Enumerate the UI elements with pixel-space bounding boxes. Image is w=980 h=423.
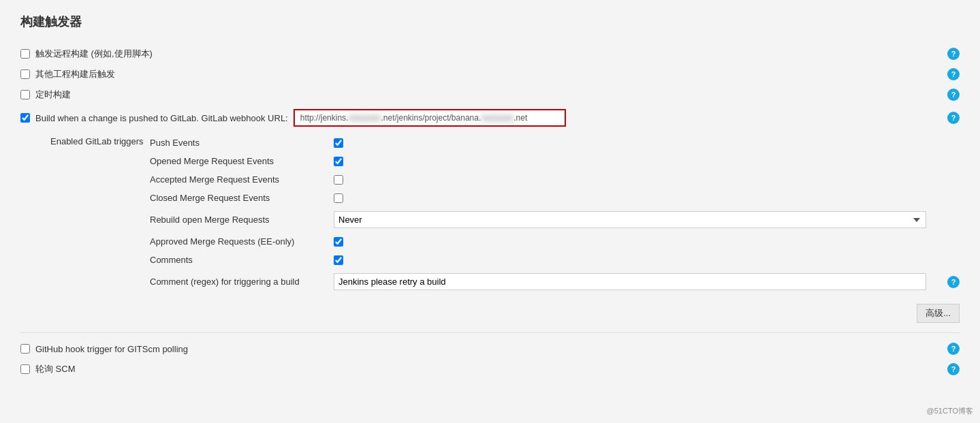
github-hook-help-icon[interactable]: ? — [947, 343, 960, 355]
github-hook-row: GitHub hook trigger for GITScm polling ? — [20, 339, 960, 359]
closed-mr-checkbox[interactable] — [334, 193, 343, 203]
other-project-checkbox[interactable] — [20, 69, 30, 79]
remote-build-help-icon[interactable]: ? — [947, 48, 960, 60]
gitlab-push-help-icon[interactable]: ? — [947, 112, 960, 124]
accepted-mr-item: Accepted Merge Request Events — [150, 170, 960, 189]
webhook-url-box: http://jenkins.xxxxxxxx.net/jenkins/proj… — [294, 109, 566, 127]
comments-label: Comments — [150, 255, 327, 265]
accepted-mr-label: Accepted Merge Request Events — [150, 174, 327, 185]
other-project-help-icon[interactable]: ? — [947, 68, 960, 80]
page-title: 构建触发器 — [20, 14, 960, 30]
comment-regex-input[interactable] — [334, 273, 926, 290]
opened-mr-label: Opened Merge Request Events — [150, 156, 327, 166]
gitlab-triggers-content: Push Events Opened Merge Request Events … — [150, 134, 960, 294]
comment-regex-label: Comment (regex) for triggering a build — [150, 277, 327, 287]
rebuild-mr-label: Rebuild open Merge Requests — [150, 215, 327, 225]
rebuild-mr-select[interactable]: Never On push On accept/close — [334, 211, 926, 228]
trigger-remote-build: 触发远程构建 (例如,使用脚本) ? — [20, 44, 960, 64]
gitlab-push-checkbox[interactable] — [20, 113, 30, 123]
push-events-item: Push Events — [150, 134, 960, 152]
opened-mr-checkbox[interactable] — [334, 157, 343, 166]
remote-build-label: 触发远程构建 (例如,使用脚本) — [35, 48, 153, 60]
schedule-checkbox[interactable] — [20, 90, 30, 99]
accepted-mr-checkbox[interactable] — [334, 175, 343, 185]
poll-scm-checkbox[interactable] — [20, 364, 30, 374]
github-hook-label: GitHub hook trigger for GITScm polling — [35, 344, 188, 354]
webhook-blurred2: xxxxxxxx — [481, 113, 513, 123]
push-events-checkbox[interactable] — [334, 138, 343, 148]
push-events-label: Push Events — [150, 138, 327, 148]
webhook-blurred1: xxxxxxxx — [348, 113, 381, 123]
remote-build-checkbox[interactable] — [20, 49, 30, 59]
gitlab-push-label: Build when a change is pushed to GitLab.… — [35, 113, 288, 123]
github-hook-checkbox[interactable] — [20, 344, 30, 354]
approved-mr-item: Approved Merge Requests (EE-only) — [150, 232, 960, 251]
schedule-help-icon[interactable]: ? — [947, 89, 960, 101]
webhook-middle: .net/jenkins/project/banana. — [381, 113, 481, 123]
comment-regex-item: Comment (regex) for triggering a build ? — [150, 269, 960, 294]
approved-mr-label: Approved Merge Requests (EE-only) — [150, 236, 327, 247]
opened-mr-item: Opened Merge Request Events — [150, 152, 960, 170]
poll-scm-help-icon[interactable]: ? — [947, 363, 960, 375]
approved-mr-checkbox[interactable] — [334, 237, 343, 247]
webhook-prefix: http://jenkins. — [300, 113, 349, 123]
gitlab-triggers-label: Enabled GitLab triggers — [20, 134, 150, 294]
schedule-label: 定时构建 — [35, 89, 71, 101]
closed-mr-label: Closed Merge Request Events — [150, 193, 327, 203]
advanced-button[interactable]: 高级... — [917, 304, 960, 323]
rebuild-mr-item: Rebuild open Merge Requests Never On pus… — [150, 207, 960, 232]
comments-item: Comments — [150, 251, 960, 269]
divider — [20, 332, 960, 333]
comments-checkbox[interactable] — [334, 255, 343, 265]
trigger-other-project: 其他工程构建后触发 ? — [20, 64, 960, 84]
poll-scm-label: 轮询 SCM — [35, 363, 76, 375]
poll-scm-row: 轮询 SCM ? — [20, 359, 960, 379]
comment-regex-help-icon[interactable]: ? — [947, 276, 960, 288]
advanced-btn-row: 高级... — [20, 297, 960, 327]
closed-mr-item: Closed Merge Request Events — [150, 189, 960, 207]
trigger-gitlab-push-row: Build when a change is pushed to GitLab.… — [20, 105, 960, 131]
webhook-suffix: .net — [513, 113, 527, 123]
gitlab-triggers-block: Enabled GitLab triggers Push Events Open… — [20, 131, 960, 297]
other-project-label: 其他工程构建后触发 — [35, 68, 115, 80]
trigger-schedule: 定时构建 ? — [20, 84, 960, 105]
